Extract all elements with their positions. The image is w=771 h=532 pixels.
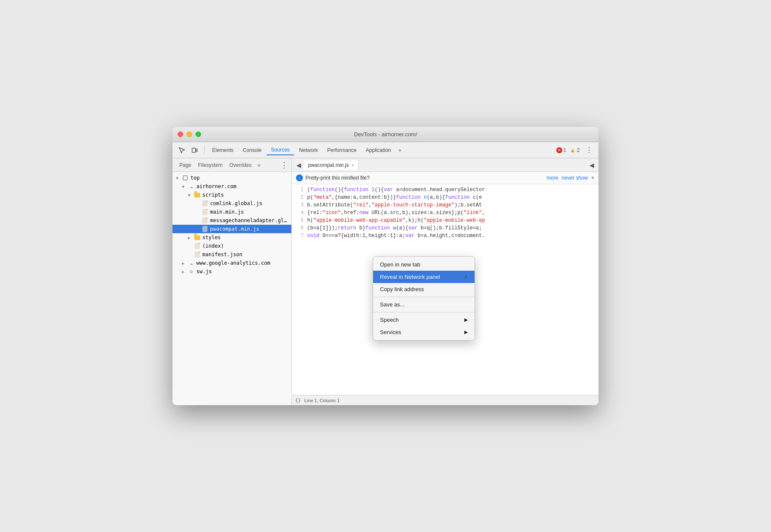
tab-performance[interactable]: Performance xyxy=(323,146,361,155)
label-top: top xyxy=(190,175,200,181)
ctx-divider-2 xyxy=(373,312,475,312)
file-tab-nav-right[interactable]: ◀ xyxy=(587,160,597,170)
tree-item-top[interactable]: ▼ top xyxy=(173,174,291,182)
window-title: DevTools - airhorner.com/ xyxy=(354,131,417,137)
tree-item-airhorner[interactable]: ▼ ☁ airhorner.com xyxy=(173,182,291,191)
ctx-speech-arrow: ▶ xyxy=(464,317,468,323)
context-menu: Open in new tab Reveal in Network panel … xyxy=(373,256,475,340)
tab-network[interactable]: Network xyxy=(295,146,322,155)
chevron-styles: ▶ xyxy=(188,235,194,240)
minimize-button[interactable] xyxy=(187,132,192,137)
folder-icon-styles xyxy=(194,234,201,241)
sidebar-tab-page[interactable]: Page xyxy=(176,160,195,170)
tree-item-index[interactable]: (index) xyxy=(173,242,291,250)
ctx-copy-link-label: Copy link address xyxy=(380,286,424,292)
sidebar-tab-overrides[interactable]: Overrides xyxy=(226,160,255,170)
error-icon: ✕ xyxy=(556,147,562,153)
label-manifest: manifest.json xyxy=(202,252,242,257)
ctx-save-as-label: Save as... xyxy=(380,301,405,308)
label-airhorner: airhorner.com xyxy=(196,183,236,189)
error-count: 1 xyxy=(564,147,567,153)
chevron-google-analytics: ▶ xyxy=(182,261,188,266)
pretty-print-bar: i Pretty-print this minified file? more … xyxy=(292,172,598,184)
tree-item-styles[interactable]: ▶ styles xyxy=(173,233,291,242)
ctx-copy-link[interactable]: Copy link address xyxy=(373,283,475,295)
ctx-services[interactable]: Services ▶ xyxy=(373,326,475,338)
more-tabs-button[interactable]: » xyxy=(396,146,404,155)
file-icon-index xyxy=(194,243,201,249)
ctx-reveal-network[interactable]: Reveal in Network panel ↗ xyxy=(373,271,475,283)
file-icon-main xyxy=(201,209,208,215)
tree-item-manifest[interactable]: manifest.json xyxy=(173,250,291,259)
sidebar-tab-filesystem[interactable]: Filesystem xyxy=(195,160,226,170)
chevron-swjs: ▶ xyxy=(182,269,188,274)
pretty-print-close[interactable]: × xyxy=(591,175,594,181)
sidebar-tabs: Page Filesystem Overrides » ⋮ xyxy=(173,158,291,172)
tree-item-mca[interactable]: messagechanneladapter.global.js xyxy=(173,216,291,225)
tree-item-google-analytics[interactable]: ▶ ☁ www.google-analytics.com xyxy=(173,259,291,267)
sidebar-more-tabs[interactable]: » xyxy=(255,160,263,170)
file-tab-close-button[interactable]: × xyxy=(351,163,354,168)
file-tabs: ◀ pwacompat.min.js × ◀ xyxy=(292,158,598,172)
chevron-top: ▼ xyxy=(176,176,182,180)
status-position: Line 1, Column 1 xyxy=(304,398,339,403)
sidebar-menu-button[interactable]: ⋮ xyxy=(280,160,288,170)
code-line-7: void 0===a?{width:1,height:1}:a;var b=a.… xyxy=(307,232,598,240)
code-line-6: (b=a[1]});return b}function w(a){var b=q… xyxy=(307,224,598,232)
label-index: (index) xyxy=(202,243,224,249)
kebab-menu[interactable]: ⋮ xyxy=(583,146,595,154)
error-count-area: ✕ 1 ▲ 2 ⋮ xyxy=(556,146,595,154)
checkbox-icon-top xyxy=(182,174,189,181)
tree-item-comlink[interactable]: comlink.global.js xyxy=(173,199,291,208)
pretty-print-never-show[interactable]: never show xyxy=(562,175,588,181)
tree-item-swjs[interactable]: ▶ ⚙ sw.js xyxy=(173,267,291,276)
traffic-lights xyxy=(178,132,201,137)
code-line-4: {rel:"icon",href:new URL(a.src,b),sizes:… xyxy=(307,209,598,217)
label-styles: styles xyxy=(202,235,221,240)
cloud-icon-google: ☁ xyxy=(188,260,195,266)
warning-icon: ▲ xyxy=(570,147,575,153)
pretty-print-links: more never show × xyxy=(547,175,594,181)
pretty-print-more[interactable]: more xyxy=(547,175,558,181)
cloud-icon-airhorner: ☁ xyxy=(188,183,195,190)
tree-item-main[interactable]: main.min.js xyxy=(173,208,291,216)
label-google-analytics: www.google-analytics.com xyxy=(196,260,270,266)
maximize-button[interactable] xyxy=(196,132,201,137)
tree-item-pwacompat[interactable]: pwacompat.min.js xyxy=(173,225,291,233)
ctx-services-label: Services xyxy=(380,329,401,335)
cursor-icon: ↗ xyxy=(463,274,468,280)
label-pwacompat: pwacompat.min.js xyxy=(210,226,259,232)
close-button[interactable] xyxy=(178,132,183,137)
warning-count: 2 xyxy=(577,147,580,153)
gear-icon-swjs: ⚙ xyxy=(188,268,195,275)
sidebar: Page Filesystem Overrides » ⋮ ▼ top ▼ xyxy=(173,158,292,405)
file-icon-comlink xyxy=(201,200,208,207)
line-numbers: 1 2 3 4 5 6 7 xyxy=(292,186,307,393)
tab-console[interactable]: Console xyxy=(239,146,266,155)
toolbar: Elements Console Sources Network Perform… xyxy=(173,142,598,158)
tree-item-scripts[interactable]: ▼ scripts xyxy=(173,191,291,199)
device-icon[interactable] xyxy=(189,144,201,156)
main-content: Page Filesystem Overrides » ⋮ ▼ top ▼ xyxy=(173,158,598,405)
ctx-speech-label: Speech xyxy=(380,317,399,323)
ctx-save-as[interactable]: Save as... xyxy=(373,298,475,311)
file-tab-nav-left[interactable]: ◀ xyxy=(293,160,304,170)
ctx-open-new-tab[interactable]: Open in new tab xyxy=(373,258,475,271)
file-panel: ◀ pwacompat.min.js × ◀ i Pretty-print th… xyxy=(292,158,598,405)
file-icon-pwacompat xyxy=(201,226,208,232)
ctx-speech[interactable]: Speech ▶ xyxy=(373,314,475,326)
ctx-divider-1 xyxy=(373,297,475,297)
tab-application[interactable]: Application xyxy=(362,146,395,155)
chevron-airhorner: ▼ xyxy=(182,184,188,189)
tab-sources[interactable]: Sources xyxy=(267,145,294,155)
ctx-reveal-network-label: Reveal in Network panel xyxy=(380,274,440,280)
inspect-icon[interactable] xyxy=(176,144,188,156)
code-line-1: (function(){function l(){var a=document.… xyxy=(307,186,598,194)
info-icon: i xyxy=(296,174,303,181)
svg-rect-0 xyxy=(192,148,196,152)
tab-elements[interactable]: Elements xyxy=(208,146,238,155)
chevron-scripts: ▼ xyxy=(188,193,194,197)
file-tab-pwacompat[interactable]: pwacompat.min.js × xyxy=(304,160,359,170)
label-swjs: sw.js xyxy=(196,269,212,275)
pretty-print-text: Pretty-print this minified file? xyxy=(305,175,370,181)
